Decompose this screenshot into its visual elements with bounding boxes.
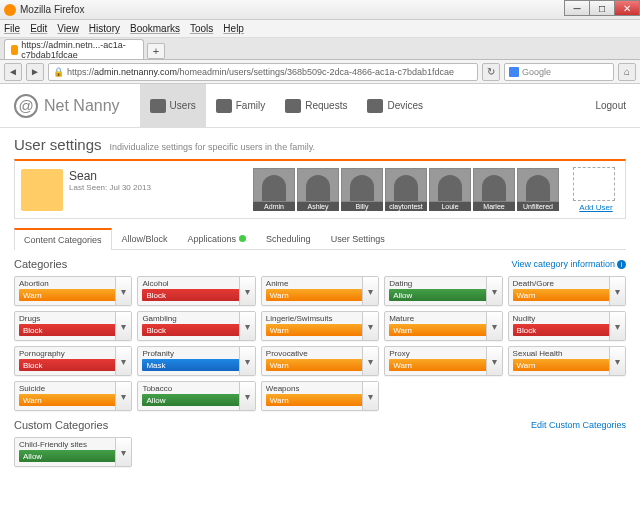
- search-placeholder: Google: [522, 67, 551, 77]
- close-button[interactable]: ✕: [614, 0, 640, 16]
- edit-custom-categories-link[interactable]: Edit Custom Categories: [531, 420, 626, 430]
- browser-tab[interactable]: https://admin.netn...-ac1a-c7bdab1fdcae: [4, 39, 144, 59]
- category-name: Weapons: [262, 382, 378, 393]
- chevron-down-icon[interactable]: ▾: [609, 312, 625, 340]
- reload-button[interactable]: ↻: [482, 63, 500, 81]
- category-tobacco[interactable]: TobaccoAllow▾: [137, 381, 255, 411]
- user-thumb-label: claytontest: [385, 202, 427, 211]
- sub-tabstrip: Content CategoriesAllow/BlockApplication…: [14, 227, 626, 250]
- category-name: Dating: [385, 277, 501, 288]
- back-button[interactable]: ◄: [4, 63, 22, 81]
- subtab-applications[interactable]: Applications: [178, 227, 257, 249]
- chevron-down-icon[interactable]: ▾: [486, 277, 502, 305]
- chevron-down-icon[interactable]: ▾: [115, 312, 131, 340]
- subtab-allow-block[interactable]: Allow/Block: [112, 227, 178, 249]
- category-lingerie-swimsuits[interactable]: Lingerie/SwimsuitsWarn▾: [261, 311, 379, 341]
- add-user-box[interactable]: [573, 167, 615, 201]
- user-thumb-marlee[interactable]: Marlee: [473, 168, 515, 211]
- user-thumb-label: Billy: [341, 202, 383, 211]
- category-alcohol[interactable]: AlcoholBlock▾: [137, 276, 255, 306]
- chevron-down-icon[interactable]: ▾: [486, 312, 502, 340]
- window-titlebar: Mozilla Firefox ─ □ ✕: [0, 0, 640, 20]
- category-mature[interactable]: MatureWarn▾: [384, 311, 502, 341]
- menu-bookmarks[interactable]: Bookmarks: [130, 23, 180, 34]
- category-name: Pornography: [15, 347, 131, 358]
- category-action: Block: [513, 324, 621, 336]
- chevron-down-icon[interactable]: ▾: [609, 277, 625, 305]
- category-provocative[interactable]: ProvocativeWarn▾: [261, 346, 379, 376]
- user-thumb-billy[interactable]: Billy: [341, 168, 383, 211]
- user-thumb-unfiltered[interactable]: Unfiltered: [517, 168, 559, 211]
- chevron-down-icon[interactable]: ▾: [486, 347, 502, 375]
- menu-help[interactable]: Help: [223, 23, 244, 34]
- category-pornography[interactable]: PornographyBlock▾: [14, 346, 132, 376]
- subtab-scheduling[interactable]: Scheduling: [256, 227, 321, 249]
- chevron-down-icon[interactable]: ▾: [115, 438, 131, 466]
- category-action: Warn: [389, 359, 497, 371]
- maximize-button[interactable]: □: [589, 0, 615, 16]
- chevron-down-icon[interactable]: ▾: [239, 312, 255, 340]
- logout-link[interactable]: Logout: [595, 100, 626, 111]
- category-action: Allow: [19, 450, 127, 462]
- menu-edit[interactable]: Edit: [30, 23, 47, 34]
- chevron-down-icon[interactable]: ▾: [115, 277, 131, 305]
- category-weapons[interactable]: WeaponsWarn▾: [261, 381, 379, 411]
- category-death-gore[interactable]: Death/GoreWarn▾: [508, 276, 626, 306]
- category-name: Lingerie/Swimsuits: [262, 312, 378, 323]
- menu-tools[interactable]: Tools: [190, 23, 213, 34]
- category-anime[interactable]: AnimeWarn▾: [261, 276, 379, 306]
- category-dating[interactable]: DatingAllow▾: [384, 276, 502, 306]
- brand-logo: @ Net Nanny: [14, 94, 120, 118]
- category-nudity[interactable]: NudityBlock▾: [508, 311, 626, 341]
- home-button[interactable]: ⌂: [618, 63, 636, 81]
- category-action: Warn: [266, 324, 374, 336]
- chevron-down-icon[interactable]: ▾: [362, 347, 378, 375]
- category-proxy[interactable]: ProxyWarn▾: [384, 346, 502, 376]
- chevron-down-icon[interactable]: ▾: [362, 382, 378, 410]
- menu-view[interactable]: View: [57, 23, 79, 34]
- category-name: Proxy: [385, 347, 501, 358]
- category-name: Tobacco: [138, 382, 254, 393]
- favicon-icon: [11, 45, 18, 55]
- subtab-user-settings[interactable]: User Settings: [321, 227, 395, 249]
- user-thumb-claytontest[interactable]: claytontest: [385, 168, 427, 211]
- forward-button[interactable]: ►: [26, 63, 44, 81]
- nav-devices[interactable]: Devices: [357, 84, 433, 128]
- user-thumb-louie[interactable]: Louie: [429, 168, 471, 211]
- chevron-down-icon[interactable]: ▾: [115, 382, 131, 410]
- category-profanity[interactable]: ProfanityMask▾: [137, 346, 255, 376]
- search-field[interactable]: Google: [504, 63, 614, 81]
- address-bar[interactable]: 🔒 https:// admin.netnanny.com /homeadmin…: [48, 63, 478, 81]
- url-path: /homeadmin/users/settings/368b509c-2dca-…: [177, 67, 454, 77]
- user-thumb-ashley[interactable]: Ashley: [297, 168, 339, 211]
- app-topnav: @ Net Nanny UsersFamilyRequestsDevices L…: [0, 84, 640, 128]
- chevron-down-icon[interactable]: ▾: [362, 277, 378, 305]
- chevron-down-icon[interactable]: ▾: [115, 347, 131, 375]
- category-child-friendly-sites[interactable]: Child-Friendly sitesAllow▾: [14, 437, 132, 467]
- category-abortion[interactable]: AbortionWarn▾: [14, 276, 132, 306]
- view-category-info-link[interactable]: View category informationi: [512, 259, 626, 269]
- category-gambling[interactable]: GamblingBlock▾: [137, 311, 255, 341]
- category-sexual-health[interactable]: Sexual HealthWarn▾: [508, 346, 626, 376]
- chevron-down-icon[interactable]: ▾: [239, 382, 255, 410]
- category-name: Alcohol: [138, 277, 254, 288]
- chevron-down-icon[interactable]: ▾: [239, 277, 255, 305]
- user-thumb-admin[interactable]: Admin: [253, 168, 295, 211]
- devices-icon: [367, 99, 383, 113]
- category-drugs[interactable]: DrugsBlock▾: [14, 311, 132, 341]
- chevron-down-icon[interactable]: ▾: [239, 347, 255, 375]
- category-suicide[interactable]: SuicideWarn▾: [14, 381, 132, 411]
- nav-users[interactable]: Users: [140, 84, 206, 128]
- minimize-button[interactable]: ─: [564, 0, 590, 16]
- subtab-content-categories[interactable]: Content Categories: [14, 228, 112, 250]
- nav-family[interactable]: Family: [206, 84, 275, 128]
- chevron-down-icon[interactable]: ▾: [362, 312, 378, 340]
- chevron-down-icon[interactable]: ▾: [609, 347, 625, 375]
- menu-file[interactable]: File: [4, 23, 20, 34]
- menu-history[interactable]: History: [89, 23, 120, 34]
- window-title: Mozilla Firefox: [20, 4, 84, 15]
- add-user-link[interactable]: Add User: [573, 203, 619, 212]
- nav-requests[interactable]: Requests: [275, 84, 357, 128]
- avatar: [473, 168, 515, 202]
- new-tab-button[interactable]: +: [147, 43, 165, 59]
